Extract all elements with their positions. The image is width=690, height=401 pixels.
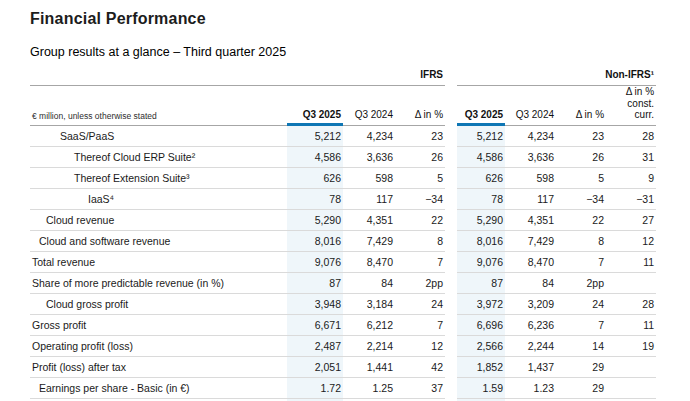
cell-value: 9 xyxy=(606,167,656,188)
cell-value: 29 xyxy=(556,377,606,398)
row-label: Cloud gross profit xyxy=(30,293,287,314)
cell-value xyxy=(606,356,656,377)
cell-value: 3,636 xyxy=(343,146,395,167)
delta-cc-line2: const. curr. xyxy=(627,98,654,121)
cell-value: 2pp xyxy=(395,272,445,293)
cell-value: 5 xyxy=(556,167,606,188)
cell-value: 1.25 xyxy=(343,377,395,398)
cell-value: 3,972 xyxy=(457,293,505,314)
group-header-spacer xyxy=(30,61,287,86)
cell-value: 6,671 xyxy=(287,314,343,335)
cell-value: 626 xyxy=(287,167,343,188)
table-row: SaaS/PaaS 5,212 4,234 23 5,212 4,234 23 … xyxy=(30,125,656,146)
row-label: Profit (loss) after tax xyxy=(30,356,287,377)
ifrs-delta-header: Δ in % xyxy=(395,86,445,126)
cell-value: 1,441 xyxy=(343,356,395,377)
report-page: Financial Performance Group results at a… xyxy=(0,0,690,401)
row-label: IaaS⁴ xyxy=(30,188,287,209)
column-gutter xyxy=(445,335,457,356)
cell-value xyxy=(606,377,656,398)
row-label: SaaS/PaaS xyxy=(30,125,287,146)
cell-value: 8,016 xyxy=(457,230,505,251)
non-ifrs-delta-header: Δ in % xyxy=(556,86,606,126)
cell-value: 1.59 xyxy=(457,377,505,398)
column-gutter xyxy=(445,377,457,398)
column-gutter xyxy=(445,167,457,188)
cell-value: 1.23 xyxy=(505,377,556,398)
cell-value: 5,290 xyxy=(457,209,505,230)
table-row: Share of more predictable revenue (in %)… xyxy=(30,272,656,293)
delta-cc-line1: Δ in % xyxy=(626,86,654,97)
cell-value: 26 xyxy=(395,146,445,167)
cell-value: 9,076 xyxy=(287,251,343,272)
ifrs-q3-2024-header: Q3 2024 xyxy=(343,86,395,126)
row-label: Earnings per share - Basic (in €) xyxy=(30,377,287,398)
cell-value: 11 xyxy=(606,314,656,335)
cell-value: 598 xyxy=(343,167,395,188)
cell-value: 2,214 xyxy=(343,335,395,356)
group-header-row: IFRS Non-IFRS¹ xyxy=(30,61,656,86)
row-label: Cloud revenue xyxy=(30,209,287,230)
cell-value: 84 xyxy=(343,272,395,293)
table-row: Gross profit 6,671 6,212 7 6,696 6,236 7… xyxy=(30,314,656,335)
table-row: Earnings per share - Basic (in €) 1.72 1… xyxy=(30,377,656,398)
cell-value: 12 xyxy=(395,335,445,356)
cell-value: 42 xyxy=(395,356,445,377)
cell-value: 23 xyxy=(395,125,445,146)
cell-value: 22 xyxy=(556,209,606,230)
table-row: IaaS⁴ 78 117 −34 78 117 −34 −31 xyxy=(30,188,656,209)
cell-value: 11 xyxy=(606,251,656,272)
cell-value: 7,429 xyxy=(505,230,556,251)
cell-value: 7,429 xyxy=(343,230,395,251)
cell-value: 7 xyxy=(395,314,445,335)
table-row: Cloud revenue 5,290 4,351 22 5,290 4,351… xyxy=(30,209,656,230)
column-gutter xyxy=(445,251,457,272)
cell-value: 87 xyxy=(457,272,505,293)
row-label: Total revenue xyxy=(30,251,287,272)
column-gutter xyxy=(445,146,457,167)
cell-value: 1.72 xyxy=(287,377,343,398)
cell-value: 8,470 xyxy=(343,251,395,272)
cell-value: 78 xyxy=(457,188,505,209)
column-gutter xyxy=(445,86,457,126)
cell-value: 7 xyxy=(556,251,606,272)
cell-value: 84 xyxy=(505,272,556,293)
column-gutter xyxy=(445,230,457,251)
cell-value: 2,566 xyxy=(457,335,505,356)
column-gutter xyxy=(445,356,457,377)
non-ifrs-group-header: Non-IFRS¹ xyxy=(457,61,656,86)
cell-value: 28 xyxy=(606,293,656,314)
cell-value: 23 xyxy=(556,125,606,146)
cell-value: 5,290 xyxy=(287,209,343,230)
cell-value: 12 xyxy=(606,230,656,251)
cell-value: 2,487 xyxy=(287,335,343,356)
row-label: Operating profit (loss) xyxy=(30,335,287,356)
cell-value: 24 xyxy=(395,293,445,314)
cell-value xyxy=(606,272,656,293)
cell-value: 28 xyxy=(606,125,656,146)
cell-value: −34 xyxy=(556,188,606,209)
cell-value: 7 xyxy=(395,251,445,272)
cell-value: 3,948 xyxy=(287,293,343,314)
cell-value: 31 xyxy=(606,146,656,167)
cell-value: 2,244 xyxy=(505,335,556,356)
cell-value: 5 xyxy=(395,167,445,188)
cell-value: 117 xyxy=(343,188,395,209)
cell-value: 4,234 xyxy=(505,125,556,146)
page-title: Financial Performance xyxy=(30,10,656,28)
non-ifrs-q3-2025-header: Q3 2025 xyxy=(457,86,505,126)
cell-value: 4,586 xyxy=(457,146,505,167)
cell-value: −34 xyxy=(395,188,445,209)
column-gutter xyxy=(445,293,457,314)
cell-value: 8,016 xyxy=(287,230,343,251)
cell-value: 27 xyxy=(606,209,656,230)
cell-value: 6,212 xyxy=(343,314,395,335)
column-gutter xyxy=(445,272,457,293)
table-row: Total revenue 9,076 8,470 7 9,076 8,470 … xyxy=(30,251,656,272)
cell-value: 24 xyxy=(556,293,606,314)
cell-value: 5,212 xyxy=(457,125,505,146)
section-subtitle: Group results at a glance – Third quarte… xyxy=(30,45,656,59)
group-results-table: IFRS Non-IFRS¹ € million, unless otherwi… xyxy=(30,61,656,401)
cell-value: 6,236 xyxy=(505,314,556,335)
unit-label: € million, unless otherwise stated xyxy=(30,86,287,126)
